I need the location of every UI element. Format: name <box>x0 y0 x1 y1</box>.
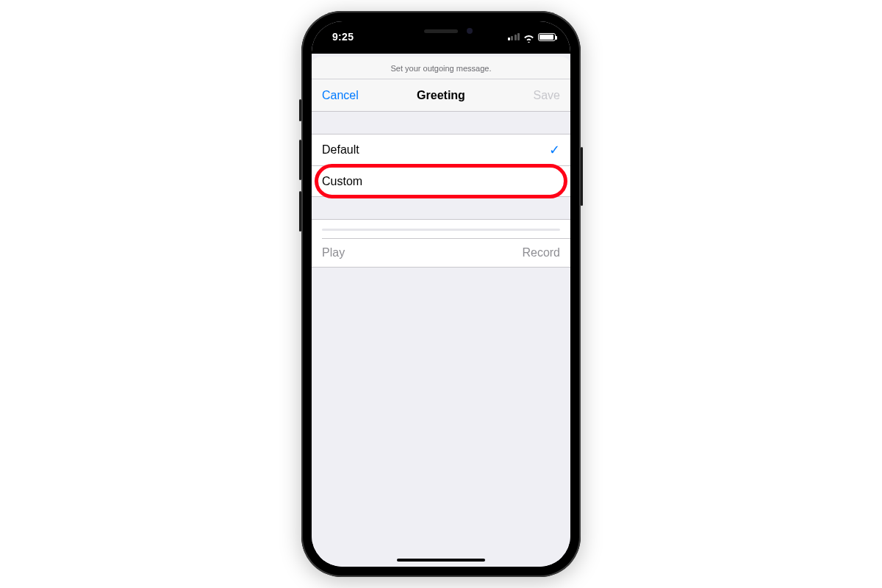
home-indicator[interactable] <box>397 559 485 562</box>
volume-down-button <box>299 191 301 232</box>
wifi-icon <box>523 33 534 41</box>
greeting-options-group: Default ✓ Custom <box>312 134 570 197</box>
option-default-row[interactable]: Default ✓ <box>312 135 570 165</box>
front-camera <box>467 28 473 34</box>
status-icons <box>508 33 556 41</box>
playback-group: Play Record <box>312 219 570 268</box>
cancel-button[interactable]: Cancel <box>322 89 373 102</box>
record-button[interactable]: Record <box>522 246 560 259</box>
phone-frame: 9:25 Set your outgoing message. Cancel G… <box>301 11 581 577</box>
option-custom-row[interactable]: Custom <box>312 165 570 196</box>
sheet-subtitle: Set your outgoing message. <box>312 57 570 79</box>
save-button[interactable]: Save <box>509 89 560 102</box>
content-area: Default ✓ Custom Play Record <box>312 112 570 567</box>
battery-icon <box>538 33 556 41</box>
mute-switch <box>299 99 301 121</box>
playback-progress-row <box>312 220 570 238</box>
checkmark-icon: ✓ <box>549 142 560 158</box>
play-button[interactable]: Play <box>322 246 345 259</box>
cellular-signal-icon <box>508 33 520 40</box>
screen: 9:25 Set your outgoing message. Cancel G… <box>312 21 570 567</box>
playback-progress-track[interactable] <box>322 229 560 231</box>
speaker-grille <box>424 29 458 33</box>
volume-up-button <box>299 140 301 180</box>
option-custom-label: Custom <box>322 175 362 188</box>
option-default-label: Default <box>322 143 359 157</box>
notch <box>379 21 503 40</box>
page-title: Greeting <box>417 89 465 102</box>
playback-controls-row: Play Record <box>322 238 570 267</box>
power-button <box>581 147 583 206</box>
status-time: 9:25 <box>332 31 354 43</box>
navigation-bar: Cancel Greeting Save <box>312 79 570 112</box>
